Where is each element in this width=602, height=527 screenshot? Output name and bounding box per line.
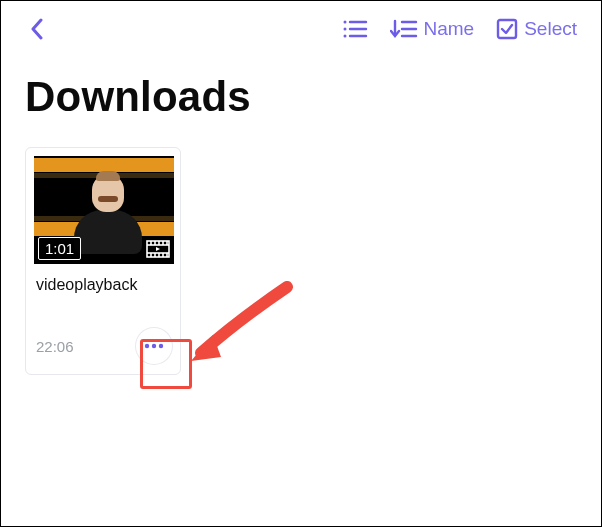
top-toolbar: Name Select (1, 1, 601, 57)
more-horizontal-icon (144, 343, 164, 349)
chevron-left-icon (30, 18, 44, 40)
svg-marker-24 (156, 247, 160, 251)
video-thumbnail[interactable]: 1:01 (34, 156, 174, 264)
svg-point-0 (343, 21, 346, 24)
view-toggle-button[interactable] (336, 15, 374, 43)
back-button[interactable] (17, 9, 57, 49)
sort-down-icon (390, 19, 418, 39)
sort-button[interactable]: Name (384, 14, 481, 44)
checkbox-icon (496, 18, 518, 40)
svg-point-27 (159, 344, 163, 348)
select-label: Select (524, 18, 577, 40)
svg-point-4 (343, 35, 346, 38)
svg-point-26 (152, 344, 156, 348)
sort-label: Name (424, 18, 475, 40)
file-name: videoplayback (34, 272, 172, 296)
select-button[interactable]: Select (490, 14, 583, 44)
duration-badge: 1:01 (38, 237, 81, 260)
film-play-icon (146, 240, 170, 258)
file-time: 22:06 (36, 338, 74, 355)
file-card[interactable]: 1:01 videoplayback 22:06 (25, 147, 181, 375)
files-grid: 1:01 videoplayback 22:06 (1, 129, 601, 393)
more-options-button[interactable] (136, 328, 172, 364)
thumbnail-figure (80, 174, 136, 254)
svg-rect-10 (498, 20, 516, 38)
list-view-icon (342, 19, 368, 39)
svg-point-2 (343, 28, 346, 31)
page-title: Downloads (1, 57, 601, 129)
svg-point-25 (145, 344, 149, 348)
card-footer: 22:06 (34, 324, 172, 366)
